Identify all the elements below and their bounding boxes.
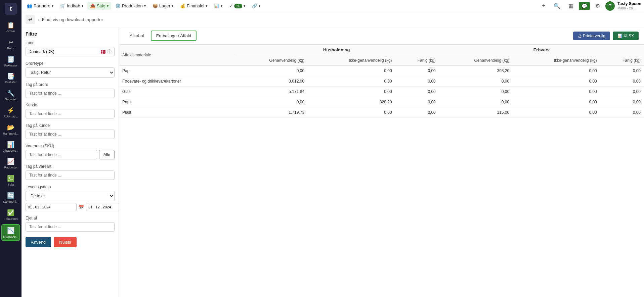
col-group-erhverv: Erhverv xyxy=(439,45,644,55)
filter-tag-kunde: Tag på kunde xyxy=(26,123,115,139)
breadcrumb-bar: ↩ › Find, vis og download rapporter xyxy=(22,12,644,27)
produktion-chevron: ▾ xyxy=(144,4,146,8)
ejet-af-input[interactable] xyxy=(26,222,115,232)
finansiel-icon: 💰 xyxy=(180,3,185,8)
filter-tag-vareart-label: Tag på vareart xyxy=(26,164,115,169)
search-button[interactable]: 🔍 xyxy=(551,1,563,10)
hush-col-farlig: Farlig (kg) xyxy=(395,55,439,66)
sku-alle-button[interactable]: Alle xyxy=(99,150,115,159)
chat-button[interactable]: 💬 xyxy=(579,2,590,10)
nav-salg[interactable]: 📤 Salg ▾ xyxy=(87,2,111,10)
salg-icon: 💹 xyxy=(7,175,14,182)
sidebar-item-rammeaf[interactable]: 📂 Rammeaf... xyxy=(1,122,20,138)
filter-tag-kunde-label: Tag på kunde xyxy=(26,123,115,128)
cell-hush-farlig: 0,00 xyxy=(395,97,439,107)
cell-erh-farlig: 0,00 xyxy=(600,66,644,76)
cell-hush-ikke-genanvendelig: 0,00 xyxy=(308,87,395,97)
maengder-icon: 📉 xyxy=(7,227,14,234)
app-logo: t xyxy=(5,3,17,15)
cell-erh-genanvendelig: 115,00 xyxy=(439,107,513,118)
tasks-chevron: ▾ xyxy=(244,4,245,8)
sidebar-item-faktureret[interactable]: ✅ Faktureret xyxy=(1,207,20,223)
filter-tag-ordre: Tag på ordre xyxy=(26,82,115,98)
col-group-husholdning: Husholdning xyxy=(234,45,439,55)
tasks-checkmark-icon: ✓ xyxy=(229,3,233,8)
cell-material: Glas xyxy=(119,87,234,97)
topnav: 👥 Partnere ▾ 🛒 Indkøb ▾ 📤 Salg ▾ ⚙️ Prod… xyxy=(22,0,644,12)
print-button[interactable]: 🖨 Printervenlig xyxy=(573,32,610,40)
sidebar-item-fakturaer[interactable]: 🧾 Fakturaer xyxy=(1,54,20,69)
sidebar-item-salg[interactable]: 💹 Salg xyxy=(1,173,20,189)
faktureret-icon: ✅ xyxy=(7,209,14,216)
nav-indkob[interactable]: 🛒 Indkøb ▾ xyxy=(57,2,86,10)
tag-kunde-input[interactable] xyxy=(26,130,115,139)
reset-button[interactable]: Nulstil xyxy=(54,237,76,247)
nav-reports1[interactable]: 📊 ▾ xyxy=(211,2,225,10)
sidebar-item-retur[interactable]: ↩ Retur xyxy=(1,37,20,52)
apply-button[interactable]: Anvend xyxy=(26,237,51,247)
cell-erh-ikke-genanvendelig: 0,00 xyxy=(513,107,600,118)
barcode-button[interactable]: ▦ xyxy=(566,1,576,10)
sidebar-item-sammenl[interactable]: 🔄 Sammenl... xyxy=(1,190,20,206)
nav-tasks[interactable]: ✓ 26 ▾ xyxy=(226,2,248,10)
sku-input[interactable] xyxy=(26,150,97,159)
reports1-chevron: ▾ xyxy=(221,4,222,8)
sidebar-item-maengder[interactable]: 📉 Mængder... xyxy=(1,224,20,241)
add-button[interactable]: + xyxy=(539,1,548,11)
sidebar: t 📋 Ordrer ↩ Retur 🧾 Fakturaer 📑 Prislis… xyxy=(0,0,22,297)
hush-col-ikke-genanvendelig: Ikke-genanvendelig (kg) xyxy=(308,55,395,66)
automati-icon: ⚡ xyxy=(7,107,14,114)
nav-more[interactable]: 🔗 ▾ xyxy=(249,2,263,10)
date-from-input[interactable] xyxy=(26,203,77,211)
user-name: Tasty Spoon xyxy=(617,1,641,6)
land-input[interactable] xyxy=(29,49,99,54)
nav-produktion[interactable]: ⚙️ Produktion ▾ xyxy=(113,2,148,10)
main-content: ↩ › Find, vis og download rapporter Filt… xyxy=(22,12,644,297)
settings-button[interactable]: ⚙ xyxy=(593,1,603,10)
nav-partnere[interactable]: 👥 Partnere ▾ xyxy=(24,2,56,10)
cell-hush-farlig: 0,00 xyxy=(395,66,439,76)
cell-hush-farlig: 0,00 xyxy=(395,87,439,97)
xlsx-button[interactable]: 📊 XLSX xyxy=(613,32,639,40)
ordretype-select[interactable]: Salg, Retur Salg Retur xyxy=(26,67,115,78)
tag-vareart-input[interactable] xyxy=(26,170,115,180)
erh-col-farlig: Farlig (kg) xyxy=(600,55,644,66)
sidebar-item-ordrer[interactable]: 📋 Ordrer xyxy=(1,19,20,35)
cell-erh-ikke-genanvendelig: 0,00 xyxy=(513,97,600,107)
erh-col-ikke-genanvendelig: Ikke-genanvendelig (kg) xyxy=(513,55,600,66)
sidebar-item-automati[interactable]: ⚡ Automati... xyxy=(1,105,20,120)
tab-alkohol[interactable]: Alkohol xyxy=(124,31,149,41)
lager-icon: 📦 xyxy=(153,3,158,8)
country-input-wrap[interactable]: 🇩🇰 ⓘ xyxy=(26,47,115,56)
date-to-input[interactable] xyxy=(86,203,119,211)
sidebar-item-prislister[interactable]: 📑 Prislister xyxy=(1,70,20,86)
nav-finansiel[interactable]: 💰 Finansiel ▾ xyxy=(177,2,210,10)
table-row: Papir 0,00 328,20 0,00 0,00 0,00 0,00 xyxy=(119,97,644,107)
salg-nav-icon: 📤 xyxy=(90,3,95,8)
content-area: Filtre Land 🇩🇰 ⓘ Ordretype Salg, Retur S… xyxy=(22,27,644,297)
cell-erh-farlig: 0,00 xyxy=(600,87,644,97)
leveringsdato-select[interactable]: Dette år Denne måned Denne uge Brugerdef… xyxy=(26,191,115,201)
cell-hush-ikke-genanvendelig: 0,00 xyxy=(308,76,395,87)
nav-lager[interactable]: 📦 Lager ▾ xyxy=(150,2,176,10)
back-button[interactable]: ↩ xyxy=(26,15,35,24)
prislister-icon: 📑 xyxy=(7,72,14,80)
cell-hush-farlig: 0,00 xyxy=(395,76,439,87)
cell-erh-farlig: 0,00 xyxy=(600,76,644,87)
cell-hush-genanvendelig: 3.012,00 xyxy=(234,76,308,87)
cell-hush-ikke-genanvendelig: 0,00 xyxy=(308,107,395,118)
table-row: Plast 1.719,73 0,00 0,00 115,00 0,00 0,0… xyxy=(119,107,644,118)
finansiel-chevron: ▾ xyxy=(206,4,207,8)
sidebar-item-rapporter[interactable]: 📈 Rapporter xyxy=(1,156,20,171)
sidebar-item-afrapport[interactable]: 📊 Afrapport... xyxy=(1,139,20,155)
retur-icon: ↩ xyxy=(8,39,13,46)
tag-ordre-input[interactable] xyxy=(26,89,115,98)
date-row: 📅 📅 xyxy=(26,203,115,211)
cell-erh-genanvendelig: 0,00 xyxy=(439,76,513,87)
sidebar-item-services[interactable]: 🔧 Services xyxy=(1,88,20,103)
filter-title: Filtre xyxy=(26,31,115,37)
tab-emballage-affald[interactable]: Emballage / Affald xyxy=(151,31,197,41)
cell-hush-genanvendelig: 1.719,73 xyxy=(234,107,308,118)
kunde-input[interactable] xyxy=(26,109,115,118)
services-icon: 🔧 xyxy=(7,90,14,97)
